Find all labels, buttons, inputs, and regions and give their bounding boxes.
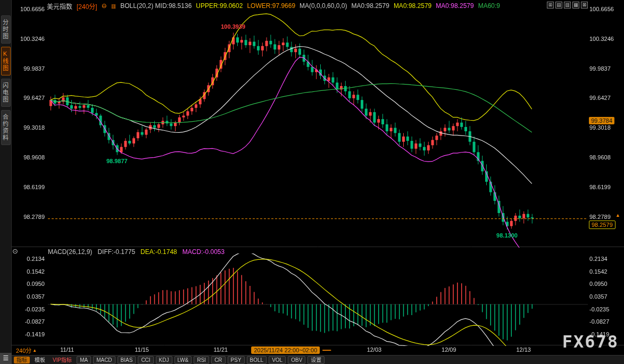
footer-btn-rsi[interactable]: RSI bbox=[194, 356, 209, 364]
candlestick-indicator-icon: ▥ bbox=[111, 3, 116, 9]
chart-header: 美元指数 [240分] ⊖ ▥ BOLL(20,2) MID:98.5136 U… bbox=[47, 0, 500, 12]
footer-btn-vol[interactable]: VOL bbox=[269, 356, 286, 364]
period-indicator[interactable]: 240分 ▲ bbox=[16, 346, 37, 354]
ma0-value-1: MA0:98.2579 bbox=[351, 2, 389, 10]
footer-tab-indicators[interactable]: 指标 bbox=[14, 357, 30, 363]
footer-btn-psy[interactable]: PSY bbox=[228, 356, 245, 364]
ma0-value-3: MA0:98.2579 bbox=[436, 2, 473, 10]
macd-params: MACD(26,12,9) bbox=[48, 248, 92, 256]
boll-lower-value: LOWER:97.9669 bbox=[247, 2, 295, 10]
price-chart-canvas[interactable] bbox=[0, 0, 624, 364]
watermark: FX678 bbox=[562, 332, 619, 352]
sidebar-tab-time-chart[interactable]: 分时图 bbox=[1, 15, 11, 44]
footer-btn-boll[interactable]: BOLL bbox=[247, 356, 267, 364]
period-badge: [240分] bbox=[77, 2, 97, 11]
price-arrow-icon: ▲ bbox=[615, 213, 620, 218]
ma60-value: MA60:9 bbox=[478, 2, 500, 10]
sidebar-tab-contract-info[interactable]: 合约资料 bbox=[1, 110, 11, 145]
footer-btn-lwr[interactable]: LW& bbox=[174, 356, 192, 364]
price-tag-current: 98.2579 bbox=[589, 221, 615, 229]
bottom-toolbar: 指标模板VIP指标MAMACDBIASCCIKDJLW&RSICRPSYBOLL… bbox=[14, 355, 624, 364]
macd-collapse-icon[interactable]: ⊙ bbox=[12, 247, 18, 255]
sidebar-tab-tick-chart[interactable]: 闪电图 bbox=[1, 79, 11, 107]
footer-tab-templates[interactable]: 模板 bbox=[32, 357, 48, 363]
symbol-title: 美元指数 bbox=[47, 2, 72, 11]
caret-up-icon: ▲ bbox=[32, 348, 37, 353]
window-controls: ⊞▤▥▦⊠ bbox=[547, 2, 588, 9]
footer-tab-vip-indicators[interactable]: VIP指标 bbox=[50, 357, 74, 363]
footer-btn-settings[interactable]: 设置 bbox=[307, 356, 325, 364]
boll-values: BOLL(20,2) MID:98.5136 bbox=[120, 2, 192, 10]
layout-grid-icon[interactable]: ⊞ bbox=[547, 2, 554, 9]
price-tag-secondary: 99.3784 bbox=[589, 117, 614, 124]
macd-macd-value: MACD:-0.0053 bbox=[182, 248, 224, 256]
period-label: 240分 bbox=[16, 346, 31, 354]
layout-rows-icon[interactable]: ▤ bbox=[555, 2, 562, 9]
left-sidebar: 分时图K线图闪电图合约资料 bbox=[0, 0, 12, 364]
footer-btn-cr[interactable]: CR bbox=[211, 356, 225, 364]
footer-btn-cci[interactable]: CCI bbox=[138, 356, 153, 364]
macd-dea-value: DEA:-0.1748 bbox=[140, 248, 177, 256]
layout-columns-icon[interactable]: ▥ bbox=[564, 2, 571, 9]
footer-btn-obv[interactable]: OBV bbox=[288, 356, 305, 364]
cursor-dash-icon: — bbox=[322, 345, 331, 355]
footer-btn-kdj[interactable]: KDJ bbox=[156, 356, 172, 364]
selected-time-label: 2025/11/24 22:00~02:00 bbox=[252, 346, 320, 354]
collapse-indicators-icon[interactable]: ⊖ bbox=[102, 2, 107, 10]
selected-time-box: 2025/11/24 22:00~02:00 — bbox=[252, 345, 331, 355]
macd-diff-value: DIFF:-0.1775 bbox=[97, 248, 135, 256]
macd-header: MACD(26,12,9) DIFF:-0.1775 DEA:-0.1748 M… bbox=[48, 248, 224, 256]
ma-params: MA(0,0,0,60,0,0) bbox=[299, 2, 347, 10]
trading-app: 100.6656100.6656100.3246100.324699.98379… bbox=[0, 0, 624, 364]
boll-upper-value: UPPER:99.0602 bbox=[196, 2, 243, 10]
footer-btn-ma[interactable]: MA bbox=[77, 356, 91, 364]
hamburger-menu-icon[interactable]: ☰ bbox=[0, 353, 12, 364]
footer-btn-macd[interactable]: MACD bbox=[93, 356, 115, 364]
close-chart-icon[interactable]: ⊠ bbox=[581, 2, 588, 9]
ma0-value-2: MA0:98.2579 bbox=[394, 2, 431, 10]
layout-tiles-icon[interactable]: ▦ bbox=[572, 2, 579, 9]
footer-btn-bias[interactable]: BIAS bbox=[118, 356, 136, 364]
sidebar-tab-kline-chart[interactable]: K线图 bbox=[1, 47, 11, 75]
